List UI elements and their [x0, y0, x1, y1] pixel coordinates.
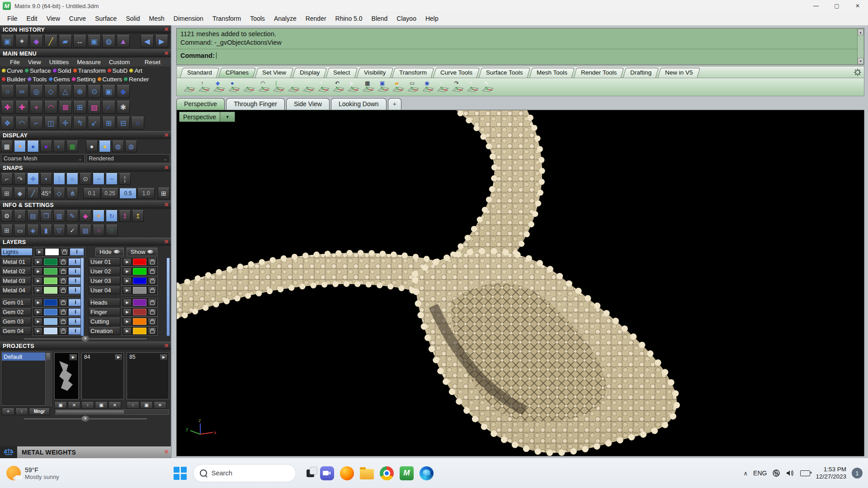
viewport-3d[interactable]: Perspective ▼: [176, 110, 864, 456]
tool-icon[interactable]: ○: [1, 85, 14, 98]
cplane-tool-icon[interactable]: ◠: [257, 80, 271, 94]
cplane-tool-icon[interactable]: ▶: [346, 80, 360, 94]
tool-icon[interactable]: ❖: [1, 117, 14, 130]
category-link[interactable]: Cutters: [98, 76, 123, 83]
settings-tool-icon[interactable]: ⚙: [1, 210, 13, 222]
settings-tool-icon[interactable]: ▤: [27, 210, 39, 222]
layer-expand-icon[interactable]: ▶: [123, 318, 132, 325]
layer-expand-icon[interactable]: ▶: [123, 258, 132, 266]
close-icon[interactable]: ✕: [164, 164, 169, 171]
display-mode-icon[interactable]: ▦: [1, 141, 13, 152]
cplane-tool-icon[interactable]: ▦: [361, 80, 375, 94]
tool-icon[interactable]: ⊟: [117, 117, 130, 130]
thumbnail-delete-button[interactable]: ✕: [154, 401, 166, 409]
search-input[interactable]: Search: [193, 464, 296, 482]
main-menu-tab[interactable]: View: [24, 59, 45, 66]
category-link[interactable]: Art: [129, 67, 142, 74]
settings-tool-icon[interactable]: ▽: [53, 225, 65, 236]
layer-label[interactable]: Metal 02: [1, 267, 31, 275]
history-tool-icon[interactable]: ▣: [88, 35, 101, 48]
menu-item[interactable]: Dimension: [169, 15, 208, 22]
history-forward-icon[interactable]: ▶: [155, 35, 168, 48]
display-mode-icon[interactable]: ●: [40, 141, 52, 152]
command-area[interactable]: 1121 meshes added to selection. Command:…: [176, 28, 864, 65]
lock-icon[interactable]: [59, 308, 67, 316]
settings-tool-icon[interactable]: ↥: [119, 210, 131, 222]
layer-expand-icon[interactable]: ▶: [35, 248, 44, 256]
ribbon-tab[interactable]: Standard: [180, 68, 219, 78]
layer-expand-icon[interactable]: ▶: [34, 286, 42, 294]
scroll-up-icon[interactable]: ▲: [858, 29, 863, 35]
ribbon-tab[interactable]: New in V5: [658, 68, 700, 78]
layer-expand-icon[interactable]: ▶: [34, 318, 42, 325]
layer-expand-icon[interactable]: ▶: [34, 299, 42, 306]
command-prompt[interactable]: Command:: [177, 49, 864, 62]
tool-icon[interactable]: ✚: [15, 101, 28, 114]
project-thumbnail[interactable]: 84 ▶: [81, 352, 124, 399]
cplane-tool-icon[interactable]: [182, 80, 196, 94]
scroll-down-icon[interactable]: ▼: [858, 58, 863, 64]
layer-expand-icon[interactable]: ▶: [123, 286, 132, 294]
tool-icon[interactable]: ✛: [59, 117, 72, 130]
battery-icon[interactable]: [800, 470, 810, 476]
tool-icon[interactable]: ▣: [102, 85, 115, 98]
tool-icon[interactable]: ◎: [30, 85, 43, 98]
cplane-tool-icon[interactable]: ●: [227, 80, 241, 94]
category-link[interactable]: Transform: [73, 67, 106, 74]
ribbon-tab[interactable]: Curve Tools: [433, 68, 480, 78]
menu-item[interactable]: Solid: [121, 15, 144, 22]
volume-icon[interactable]: [786, 469, 795, 477]
tool-icon[interactable]: ◆: [117, 85, 130, 98]
settings-tool-icon[interactable]: ▮: [40, 225, 52, 236]
display-mode-icon[interactable]: ◐: [53, 141, 65, 152]
layer-label[interactable]: User 03: [89, 277, 120, 285]
main-menu-tab[interactable]: File: [6, 59, 24, 66]
project-up-button[interactable]: ↑: [15, 408, 28, 415]
close-icon[interactable]: ✕: [164, 26, 169, 33]
project-list-item[interactable]: Default: [2, 352, 46, 361]
file-explorer-icon[interactable]: [360, 469, 374, 479]
layer-lights-label[interactable]: Lights: [1, 248, 33, 256]
menu-item[interactable]: Render: [301, 15, 331, 22]
cplane-tool-icon[interactable]: ▣: [376, 80, 390, 94]
menu-item[interactable]: Transform: [208, 15, 245, 22]
main-menu-tab[interactable]: Utilities: [45, 59, 73, 66]
snap-toggle-icon[interactable]: ¦: [119, 173, 131, 185]
snap-mode-icon[interactable]: ╱: [27, 188, 39, 199]
gear-icon[interactable]: [854, 69, 861, 76]
snap-toggle-icon[interactable]: ✛: [27, 173, 39, 185]
edge-icon[interactable]: [420, 466, 434, 480]
firefox-icon[interactable]: [340, 466, 354, 480]
settings-tool-icon[interactable]: ◌: [106, 225, 118, 236]
tool-icon[interactable]: ▧: [88, 101, 101, 114]
layer-label[interactable]: User 04: [89, 286, 120, 294]
settings-tool-icon[interactable]: ⊞: [1, 225, 13, 236]
thumbnail-up-button[interactable]: ↑: [127, 401, 139, 409]
menu-item[interactable]: Mesh: [145, 15, 169, 22]
tool-icon[interactable]: ⊞: [102, 117, 115, 130]
render-mode-icon[interactable]: ◍: [125, 141, 137, 152]
add-project-button[interactable]: +: [2, 408, 14, 415]
layer-color-swatch[interactable]: [43, 318, 58, 325]
menu-item[interactable]: Surface: [90, 15, 121, 22]
show-button[interactable]: Show: [127, 248, 158, 256]
snap-toggle-icon[interactable]: ⊙: [80, 173, 91, 185]
settings-tool-icon[interactable]: ▭: [14, 225, 26, 236]
layer-color-swatch[interactable]: [132, 286, 147, 294]
snap-mode-icon[interactable]: ◆: [14, 188, 26, 199]
display-mode-icon[interactable]: ●: [27, 141, 39, 152]
category-link[interactable]: SubD: [108, 67, 128, 74]
matrix-taskbar-icon[interactable]: M: [400, 466, 414, 480]
cplane-tool-icon[interactable]: ↓: [436, 80, 450, 94]
cplane-tool-icon[interactable]: ▰: [391, 80, 405, 94]
thumbnail-save-button[interactable]: ▣: [140, 401, 153, 409]
layer-current-toggle[interactable]: I: [70, 248, 84, 256]
display-mode-dropdown[interactable]: Rendered⌄: [86, 154, 170, 163]
project-list-scrollbar[interactable]: [45, 352, 51, 405]
layer-label[interactable]: Gem 01: [1, 299, 31, 306]
project-thumbnail[interactable]: ▶: [54, 352, 79, 399]
display-mode-icon[interactable]: ✦: [14, 141, 26, 152]
menu-item[interactable]: Analyze: [269, 15, 301, 22]
tool-icon[interactable]: ∞: [15, 85, 28, 98]
clock[interactable]: 1:53 PM 12/27/2023: [816, 466, 846, 480]
